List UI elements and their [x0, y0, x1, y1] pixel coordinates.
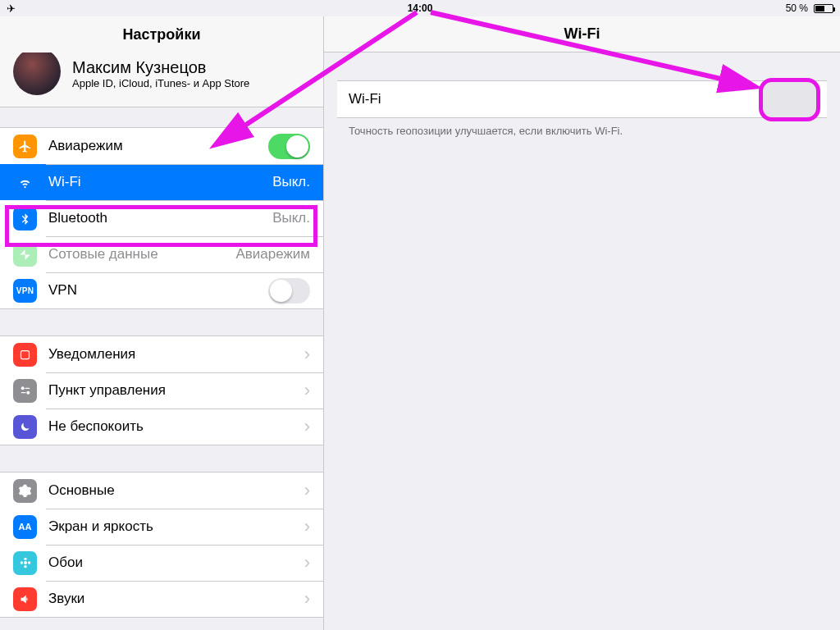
- svg-line-11: [431, 12, 753, 86]
- svg-line-10: [217, 12, 417, 144]
- annotation-arrows: [0, 0, 840, 630]
